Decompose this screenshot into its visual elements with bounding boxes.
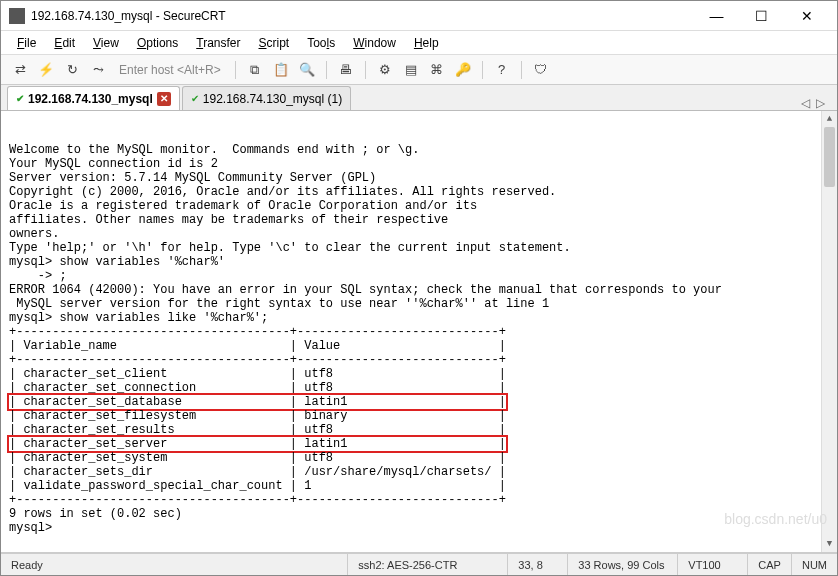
terminal-line: Type 'help;' or '\h' for help. Type '\c'… — [9, 241, 829, 255]
menubar: File Edit View Options Transfer Script T… — [1, 31, 837, 55]
menu-help[interactable]: Help — [406, 34, 447, 52]
print-icon[interactable]: 🖶 — [335, 59, 357, 81]
tab-label: 192.168.74.130_mysql (1) — [203, 92, 342, 106]
terminal-line: Welcome to the MySQL monitor. Commands e… — [9, 143, 829, 157]
scrollbar-vertical[interactable]: ▲ ▼ — [821, 111, 837, 552]
status-size: 33 Rows, 99 Cols — [568, 554, 678, 575]
terminal-line: owners. — [9, 227, 829, 241]
tab-next-icon[interactable]: ▷ — [816, 96, 825, 110]
terminal-line: mysql> show variables '%char%' — [9, 255, 829, 269]
separator — [365, 61, 366, 79]
terminal-line: | character_set_client | utf8 | — [9, 367, 829, 381]
minimize-button[interactable]: — — [694, 1, 739, 31]
window-controls: — ☐ ✕ — [694, 1, 829, 31]
tab-nav: ◁ ▷ — [795, 96, 831, 110]
maximize-button[interactable]: ☐ — [739, 1, 784, 31]
status-check-icon: ✔ — [191, 93, 199, 104]
lock-icon[interactable]: 🔑 — [452, 59, 474, 81]
terminal-line: MySQL server version for the right synta… — [9, 297, 829, 311]
separator — [235, 61, 236, 79]
terminal-line: | validate_password_special_char_count |… — [9, 479, 829, 493]
menu-view[interactable]: View — [85, 34, 127, 52]
terminal-line: +--------------------------------------+… — [9, 493, 829, 507]
tab-close-icon[interactable]: ✕ — [157, 92, 171, 106]
status-termtype: VT100 — [678, 554, 748, 575]
terminal-line: | character_set_database | latin1 | — [9, 395, 829, 409]
scroll-down-icon[interactable]: ▼ — [822, 536, 837, 552]
terminal-line: | character_set_filesystem | binary | — [9, 409, 829, 423]
menu-options[interactable]: Options — [129, 34, 186, 52]
window-title: 192.168.74.130_mysql - SecureCRT — [31, 9, 694, 23]
terminal-line: Copyright (c) 2000, 2016, Oracle and/or … — [9, 185, 829, 199]
paste-icon[interactable]: 📋 — [270, 59, 292, 81]
terminal-line: | character_set_system | utf8 | — [9, 451, 829, 465]
settings-icon[interactable]: ⚙ — [374, 59, 396, 81]
session-tab[interactable]: ✔192.168.74.130_mysql✕ — [7, 86, 180, 110]
menu-window[interactable]: Window — [345, 34, 404, 52]
separator — [482, 61, 483, 79]
terminal-line: | Variable_name | Value | — [9, 339, 829, 353]
terminal-line: affiliates. Other names may be trademark… — [9, 213, 829, 227]
terminal-line: mysql> — [9, 521, 829, 535]
session-tab[interactable]: ✔192.168.74.130_mysql (1) — [182, 86, 351, 110]
terminal-line: -> ; — [9, 269, 829, 283]
menu-file[interactable]: File — [9, 34, 44, 52]
status-cursor-pos: 33, 8 — [508, 554, 568, 575]
terminal-line: 9 rows in set (0.02 sec) — [9, 507, 829, 521]
scroll-thumb[interactable] — [824, 127, 835, 187]
terminal-line: | character_set_server | latin1 | — [9, 437, 829, 451]
terminal-line: Server version: 5.7.14 MySQL Community S… — [9, 171, 829, 185]
keymap-icon[interactable]: ⌘ — [426, 59, 448, 81]
tabbar: ✔192.168.74.130_mysql✕✔192.168.74.130_my… — [1, 85, 837, 111]
menu-transfer[interactable]: Transfer — [188, 34, 248, 52]
status-ready: Ready — [1, 554, 348, 575]
terminal-line: Oracle is a registered trademark of Orac… — [9, 199, 829, 213]
statusbar: Ready ssh2: AES-256-CTR 33, 8 33 Rows, 9… — [1, 553, 837, 575]
connect-icon[interactable]: ⇄ — [9, 59, 31, 81]
disconnect-icon[interactable]: ⤳ — [87, 59, 109, 81]
titlebar: 192.168.74.130_mysql - SecureCRT — ☐ ✕ — [1, 1, 837, 31]
host-input[interactable]: Enter host <Alt+R> — [113, 61, 227, 79]
close-button[interactable]: ✕ — [784, 1, 829, 31]
scroll-up-icon[interactable]: ▲ — [822, 111, 837, 127]
status-num: NUM — [792, 554, 837, 575]
app-icon — [9, 8, 25, 24]
terminal-line: Your MySQL connection id is 2 — [9, 157, 829, 171]
terminal-line: ERROR 1064 (42000): You have an error in… — [9, 283, 829, 297]
tab-label: 192.168.74.130_mysql — [28, 92, 153, 106]
copy-icon[interactable]: ⧉ — [244, 59, 266, 81]
separator — [521, 61, 522, 79]
toolbar: ⇄ ⚡ ↻ ⤳ Enter host <Alt+R> ⧉ 📋 🔍 🖶 ⚙ ▤ ⌘… — [1, 55, 837, 85]
help-icon[interactable]: ? — [491, 59, 513, 81]
find-icon[interactable]: 🔍 — [296, 59, 318, 81]
terminal-line: +--------------------------------------+… — [9, 353, 829, 367]
menu-tools[interactable]: Tools — [299, 34, 343, 52]
terminal-line: mysql> show variables like '%char%'; — [9, 311, 829, 325]
sessions-icon[interactable]: ▤ — [400, 59, 422, 81]
terminal[interactable]: Welcome to the MySQL monitor. Commands e… — [1, 111, 837, 553]
reconnect-icon[interactable]: ↻ — [61, 59, 83, 81]
terminal-line: +--------------------------------------+… — [9, 325, 829, 339]
separator — [326, 61, 327, 79]
quick-connect-icon[interactable]: ⚡ — [35, 59, 57, 81]
status-connection: ssh2: AES-256-CTR — [348, 554, 508, 575]
tab-prev-icon[interactable]: ◁ — [801, 96, 810, 110]
menu-edit[interactable]: Edit — [46, 34, 83, 52]
status-cap: CAP — [748, 554, 792, 575]
menu-script[interactable]: Script — [251, 34, 298, 52]
shield-icon[interactable]: 🛡 — [530, 59, 552, 81]
terminal-line: | character_sets_dir | /usr/share/mysql/… — [9, 465, 829, 479]
status-check-icon: ✔ — [16, 93, 24, 104]
